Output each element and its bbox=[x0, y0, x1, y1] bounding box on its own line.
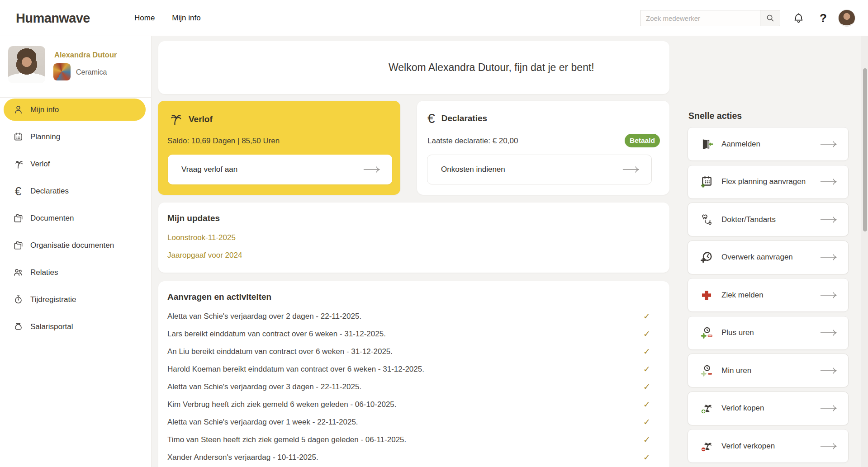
sidebar-item-label: Planning bbox=[30, 132, 60, 142]
sidebar-item-organisatie-documenten[interactable]: Organisatie documenten bbox=[4, 234, 146, 256]
notifications-bell-button[interactable] bbox=[792, 12, 805, 24]
onkosten-indienen-button[interactable]: Onkosten indienen bbox=[427, 155, 652, 184]
quick-actions-panel: Aanmelden Flex planning aanvragen bbox=[688, 127, 849, 467]
quick-action-verlof-kopen[interactable]: Verlof kopen bbox=[688, 392, 849, 425]
activity-text: Lars bereikt einddatum van contract over… bbox=[167, 330, 386, 339]
user-avatar[interactable] bbox=[838, 9, 855, 27]
min-hours-icon bbox=[698, 364, 715, 377]
check-icon[interactable]: ✓ bbox=[643, 434, 650, 445]
check-icon[interactable]: ✓ bbox=[643, 452, 650, 462]
quick-action-aanmelden[interactable]: Aanmelden bbox=[688, 127, 849, 161]
quick-action-label: Min uren bbox=[721, 366, 820, 375]
arrow-right-icon bbox=[820, 178, 837, 185]
quick-action-verlof-verkopen[interactable]: Verlof verkopen bbox=[688, 429, 849, 463]
sidebar-item-documenten[interactable]: Documenten bbox=[4, 207, 146, 229]
quick-action-label: Aanmelden bbox=[721, 140, 820, 149]
person-icon bbox=[13, 104, 24, 115]
verlof-widget: Verlof Saldo: 10,69 Dagen | 85,50 Uren V… bbox=[158, 101, 400, 195]
calendar-icon bbox=[13, 132, 24, 142]
activity-text: Aletta van Schie's verjaardag over 3 dag… bbox=[167, 382, 361, 392]
quick-action-min-uren[interactable]: Min uren bbox=[688, 354, 849, 387]
search-icon bbox=[765, 13, 775, 23]
nav-mijn-info[interactable]: Mijn info bbox=[172, 14, 200, 23]
palm-tree-icon bbox=[167, 112, 182, 127]
euro-icon: € bbox=[427, 112, 435, 125]
activity-text: Aletta van Schie's verjaardag over 1 wee… bbox=[167, 418, 358, 427]
check-icon[interactable]: ✓ bbox=[643, 311, 650, 321]
help-button[interactable]: ? bbox=[820, 0, 827, 36]
activity-row: Xander Anderson's verjaardag - 10-11-202… bbox=[167, 448, 660, 466]
quick-action-plus-uren[interactable]: Plus uren bbox=[688, 316, 849, 350]
arrow-right-icon bbox=[820, 367, 837, 374]
update-link-jaaropgaaf[interactable]: Jaaropgaaf voor 2024 bbox=[167, 251, 242, 260]
door-login-icon bbox=[698, 137, 715, 151]
activity-text: Kim Verbrug heeft zich ziek gemeld 6 wek… bbox=[167, 400, 397, 409]
palm-plus-icon bbox=[698, 401, 715, 415]
quick-action-overwerk[interactable]: Overwerk aanvragen bbox=[688, 241, 849, 274]
sidebar-item-mijn-info[interactable]: Mijn info bbox=[4, 99, 146, 121]
arrow-right-icon bbox=[820, 254, 837, 261]
laatste-declaratie: Laatste declaratie: € 20,00 bbox=[427, 137, 518, 146]
quick-actions-title: Snelle acties bbox=[688, 111, 742, 121]
quick-action-flex-planning[interactable]: Flex planning aanvragen bbox=[688, 165, 849, 199]
palm-minus-icon bbox=[698, 439, 715, 453]
vraag-verlof-aan-button[interactable]: Vraag verlof aan bbox=[168, 155, 392, 184]
company-logo bbox=[53, 63, 71, 80]
activity-row: An Liu bereikt einddatum van contract ov… bbox=[167, 343, 660, 360]
check-icon[interactable]: ✓ bbox=[643, 382, 650, 392]
sidebar-item-label: Verlof bbox=[30, 160, 50, 169]
declaraties-title: Declaraties bbox=[441, 113, 487, 123]
sidebar-item-planning[interactable]: Planning bbox=[4, 126, 146, 148]
main-nav: Home Mijn info bbox=[134, 0, 201, 36]
search-button[interactable] bbox=[760, 10, 780, 26]
sidebar-item-declaraties[interactable]: € Declaraties bbox=[4, 180, 146, 202]
sidebar-item-label: Mijn info bbox=[30, 105, 59, 114]
help-icon: ? bbox=[820, 11, 827, 25]
activity-row: Timo van Steen heeft zich ziek gemeld 5 … bbox=[167, 431, 660, 448]
activity-row: Lars bereikt einddatum van contract over… bbox=[167, 325, 660, 343]
update-link-loonstrook[interactable]: Loonstrook-11-2025 bbox=[167, 233, 236, 242]
button-label: Vraag verlof aan bbox=[181, 165, 237, 174]
humanwave-logo[interactable]: Humanwave bbox=[16, 0, 90, 36]
bell-icon bbox=[792, 12, 805, 24]
euro-icon: € bbox=[13, 185, 24, 197]
check-icon[interactable]: ✓ bbox=[643, 399, 650, 410]
activities-title: Aanvragen en activiteiten bbox=[167, 292, 271, 302]
sidebar-item-salarisportal[interactable]: Salarisportal bbox=[4, 316, 146, 338]
updates-title: Mijn updates bbox=[167, 213, 220, 223]
search-input[interactable] bbox=[640, 10, 760, 26]
welcome-message: Welkom Alexandra Dutour, fijn dat je er … bbox=[389, 41, 594, 94]
button-label: Onkosten indienen bbox=[441, 165, 505, 174]
verlof-title: Verlof bbox=[189, 114, 213, 124]
sidebar-item-tijdregistratie[interactable]: Tijdregistratie bbox=[4, 288, 146, 311]
employee-search bbox=[640, 10, 780, 26]
sidebar-item-label: Declaraties bbox=[30, 187, 69, 196]
check-icon[interactable]: ✓ bbox=[643, 329, 650, 339]
activity-text: Timo van Steen heeft zich ziek gemeld 5 … bbox=[167, 435, 406, 444]
check-icon[interactable]: ✓ bbox=[643, 346, 650, 357]
quick-action-ziek-melden[interactable]: Ziek melden bbox=[688, 278, 849, 312]
profile-name[interactable]: Alexandra Dutour bbox=[54, 51, 117, 59]
activities-list: Aletta van Schie's verjaardag over 2 dag… bbox=[167, 307, 660, 466]
quick-action-dokter-tandarts[interactable]: Dokter/Tandarts bbox=[688, 203, 849, 236]
nav-home[interactable]: Home bbox=[134, 14, 155, 23]
check-icon[interactable]: ✓ bbox=[643, 417, 650, 427]
page-scrollbar-track bbox=[861, 29, 868, 467]
page-scrollbar-thumb[interactable] bbox=[863, 68, 867, 231]
people-icon bbox=[13, 267, 24, 278]
sidebar-item-relaties[interactable]: Relaties bbox=[4, 261, 146, 283]
sidebar-item-verlof[interactable]: Verlof bbox=[4, 153, 146, 175]
arrow-right-icon bbox=[820, 443, 837, 450]
verlof-saldo: Saldo: 10,69 Dagen | 85,50 Uren bbox=[167, 137, 280, 146]
activity-row: Harold Koeman bereikt einddatum van cont… bbox=[167, 360, 660, 378]
sidebar-item-label: Relaties bbox=[30, 268, 58, 277]
sidebar-menu: Mijn info Planning bbox=[4, 99, 146, 343]
quick-action-label: Ziek melden bbox=[721, 291, 820, 300]
profile-photo[interactable] bbox=[8, 46, 45, 83]
plus-hours-icon bbox=[698, 326, 715, 340]
folder-icon bbox=[13, 213, 24, 223]
topbar: Humanwave Home Mijn info ? bbox=[0, 0, 868, 36]
check-icon[interactable]: ✓ bbox=[643, 364, 650, 374]
declaraties-widget: € Declaraties Laatste declaratie: € 20,0… bbox=[417, 101, 669, 195]
clock-plus-icon bbox=[698, 250, 715, 264]
